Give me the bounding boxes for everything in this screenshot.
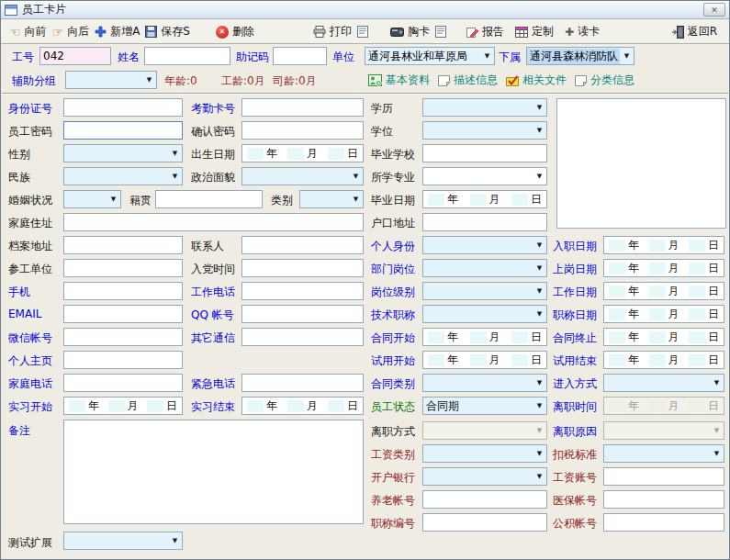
marital-status-dropdown[interactable]: ▼ [63, 190, 121, 208]
fund-account-input[interactable] [603, 513, 724, 532]
dropdown-arrow-icon[interactable]: ▼ [142, 76, 156, 84]
tab-description-info[interactable]: 描述信息 [438, 73, 498, 88]
aux-group-dropdown[interactable]: ▼ [65, 71, 157, 89]
contract-end-date-input[interactable]: 年月日 [603, 328, 724, 346]
dropdown-arrow-icon[interactable]: ▼ [533, 450, 546, 457]
probation-start-date-input[interactable]: 年月日 [422, 351, 547, 369]
close-button[interactable]: ✕ [703, 3, 725, 17]
personal-homepage-input[interactable] [63, 351, 183, 369]
read-card-button[interactable]: ✚ 读卡 [562, 22, 602, 41]
political-status-dropdown[interactable]: ▼ [241, 167, 364, 185]
dropdown-arrow-icon[interactable]: ▼ [480, 52, 494, 60]
backward-button[interactable]: ☞ 向后 [50, 22, 93, 41]
home-address-input[interactable] [63, 213, 364, 231]
dropdown-arrow-icon[interactable]: ▼ [349, 173, 363, 180]
contract-start-date-input[interactable]: 年月日 [422, 328, 547, 346]
dropdown-arrow-icon[interactable]: ▼ [533, 473, 546, 480]
dropdown-arrow-icon[interactable]: ▼ [533, 104, 546, 111]
subordinate-dropdown[interactable]: 通河县森林消防队 ▼ [526, 47, 635, 65]
delete-button[interactable]: ✕ 删除 [213, 22, 257, 41]
email-input[interactable] [63, 305, 183, 323]
first-work-unit-input[interactable] [63, 259, 183, 277]
dropdown-arrow-icon[interactable]: ▼ [168, 150, 182, 157]
position-level-dropdown[interactable]: ▼ [422, 282, 547, 300]
technical-title-dropdown[interactable]: ▼ [422, 305, 547, 323]
dropdown-arrow-icon[interactable]: ▼ [349, 196, 363, 203]
dropdown-arrow-icon[interactable]: ▼ [533, 241, 546, 249]
qq-account-input[interactable] [241, 305, 364, 323]
birth-date-date-input[interactable]: 年月日 [241, 144, 364, 162]
native-place-input[interactable] [155, 190, 263, 208]
mobile-phone-input[interactable] [63, 282, 183, 300]
confirm-password-input[interactable] [241, 121, 364, 140]
remarks-textarea[interactable] [63, 420, 364, 524]
household-address-input[interactable] [422, 213, 547, 231]
dropdown-arrow-icon[interactable]: ▼ [533, 127, 546, 134]
work-phone-input[interactable] [241, 282, 364, 300]
dropdown-arrow-icon[interactable]: ▼ [533, 379, 546, 386]
dropdown-arrow-icon[interactable]: ▼ [533, 264, 546, 272]
dropdown-arrow-icon[interactable]: ▼ [168, 173, 182, 180]
work-date-date-input[interactable]: 年月日 [603, 282, 724, 300]
bank-dropdown[interactable]: ▼ [422, 467, 547, 486]
tab-basic-info[interactable]: 基本资料 [368, 73, 430, 88]
salary-account-input[interactable] [603, 467, 724, 486]
title-number-input[interactable] [422, 513, 547, 532]
pension-account-input[interactable] [422, 490, 547, 509]
print-preview-button[interactable] [354, 24, 371, 39]
id-card-number-input[interactable] [63, 98, 183, 117]
dropdown-arrow-icon[interactable]: ▼ [710, 379, 724, 386]
return-button[interactable]: 返回R [669, 22, 720, 41]
contract-category-dropdown[interactable]: ▼ [422, 374, 547, 392]
graduation-school-input[interactable] [422, 144, 547, 162]
major-dropdown[interactable]: ▼ [422, 167, 547, 185]
customize-button[interactable]: 定制 [512, 22, 556, 41]
internship-start-date-input[interactable]: 年月日 [63, 397, 183, 415]
personal-identity-dropdown[interactable]: ▼ [422, 236, 547, 254]
badge-preview-button[interactable] [432, 24, 449, 39]
emp-no-input[interactable]: 042 [39, 47, 111, 65]
dropdown-arrow-icon[interactable]: ▼ [710, 450, 724, 457]
archive-address-input[interactable] [63, 236, 183, 254]
contact-person-input[interactable] [241, 236, 364, 254]
category-dropdown[interactable]: ▼ [299, 190, 364, 208]
title-date-date-input[interactable]: 年月日 [603, 305, 724, 323]
internship-end-date-input[interactable]: 年月日 [241, 397, 364, 415]
medical-account-input[interactable] [603, 490, 724, 509]
forward-button[interactable]: ☜ 向前 [6, 22, 50, 41]
department-position-dropdown[interactable]: ▼ [422, 259, 547, 277]
employee-status-dropdown[interactable]: 合同期▼ [422, 397, 547, 415]
gender-dropdown[interactable]: ▼ [63, 144, 183, 162]
ethnicity-dropdown[interactable]: ▼ [63, 167, 183, 185]
dropdown-arrow-icon[interactable]: ▼ [533, 310, 546, 318]
dropdown-arrow-icon[interactable]: ▼ [533, 173, 546, 180]
test-extension-dropdown[interactable]: ▼ [63, 532, 183, 550]
dropdown-arrow-icon[interactable]: ▼ [107, 196, 120, 203]
print-button[interactable]: 打印 [310, 22, 354, 41]
save-button[interactable]: 保存S [142, 22, 193, 41]
tax-standard-dropdown[interactable]: ▼ [603, 444, 724, 463]
education-level-dropdown[interactable]: ▼ [422, 98, 547, 117]
entry-method-dropdown[interactable]: ▼ [603, 374, 724, 392]
unit-dropdown[interactable]: 通河县林业和草原局 ▼ [365, 47, 495, 65]
employee-password-input[interactable] [63, 121, 183, 140]
post-date-date-input[interactable]: 年月日 [603, 259, 724, 277]
hire-date-date-input[interactable]: 年月日 [603, 236, 724, 254]
add-button[interactable]: 新增A [92, 22, 142, 41]
dropdown-arrow-icon[interactable]: ▼ [620, 52, 634, 60]
home-phone-input[interactable] [63, 374, 183, 392]
salary-category-dropdown[interactable]: ▼ [422, 444, 547, 463]
dropdown-arrow-icon[interactable]: ▼ [533, 287, 546, 295]
wechat-account-input[interactable] [63, 328, 183, 346]
attendance-card-number-input[interactable] [241, 98, 364, 117]
graduation-date-date-input[interactable]: 年月日 [422, 190, 547, 208]
degree-dropdown[interactable]: ▼ [422, 121, 547, 140]
emergency-phone-input[interactable] [241, 374, 364, 392]
party-join-time-input[interactable] [241, 259, 364, 277]
tab-related-files[interactable]: 相关文件 [506, 73, 567, 88]
dropdown-arrow-icon[interactable]: ▼ [533, 402, 546, 409]
tab-classification-info[interactable]: 分类信息 [575, 73, 635, 88]
mnemonic-input[interactable] [273, 47, 327, 65]
report-button[interactable]: 报告 [464, 22, 507, 41]
dropdown-arrow-icon[interactable]: ▼ [168, 537, 182, 544]
